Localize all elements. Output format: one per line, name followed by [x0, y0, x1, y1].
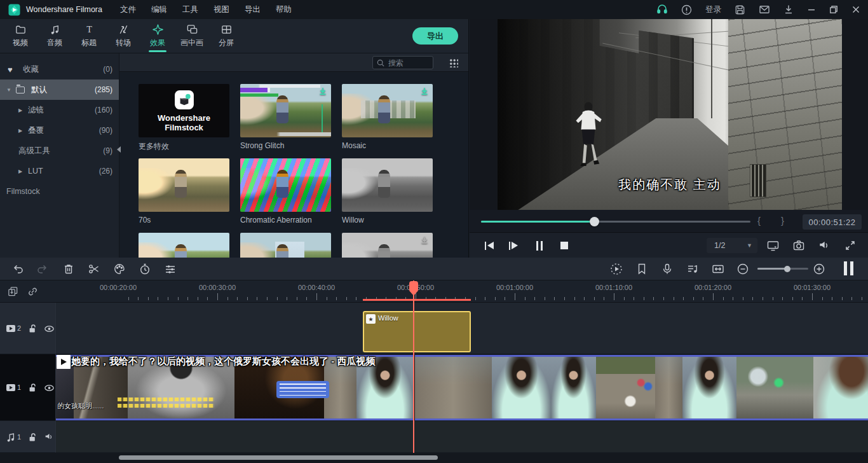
seek-knob[interactable] [590, 217, 599, 226]
render-preview-icon[interactable] [610, 263, 623, 275]
menu-item[interactable]: 文件 [120, 4, 136, 15]
tab-pip[interactable]: 画中画 [178, 19, 206, 53]
speed-timer-icon[interactable] [139, 263, 151, 275]
effect-card[interactable]: 70s [139, 158, 229, 225]
previous-frame-button[interactable] [482, 238, 497, 253]
menu-item[interactable]: 编辑 [151, 4, 167, 15]
eye-icon[interactable] [44, 323, 55, 334]
track-lane-video1[interactable]: 她要的，我给不了？以后的视频，这个俄罗斯女孩不会出现了 - 西瓜视频 的女孩聪明… [56, 354, 868, 421]
mark-out-button[interactable]: } [781, 215, 784, 226]
tab-effects[interactable]: 效果 [144, 19, 172, 53]
playhead-line[interactable] [413, 280, 414, 453]
effect-card[interactable]: Willow [342, 158, 433, 225]
export-button[interactable]: 导出 [412, 27, 458, 45]
speaker-icon[interactable] [44, 432, 54, 442]
volume-icon[interactable] [818, 239, 831, 252]
seek-row: { } 00:00:51:22 [470, 210, 868, 233]
filmora-window: Wondershare Filmora 文件编辑工具视图导出帮助 登录 视频 音… [0, 0, 868, 463]
sidebar-item-filters[interactable]: 滤镜 (160) [0, 100, 119, 120]
minimize-icon[interactable] [807, 5, 816, 14]
login-button[interactable]: 登录 [705, 4, 721, 15]
delete-icon[interactable] [62, 263, 75, 275]
effect-card[interactable] [139, 233, 229, 258]
effect-thumbnail [240, 84, 331, 137]
seek-slider[interactable] [481, 221, 750, 223]
clip-thumbnail-frame [415, 357, 492, 418]
overlay-clip-willow[interactable]: ★ Willow [363, 311, 471, 352]
snapshot-camera-icon[interactable] [792, 239, 805, 252]
redo-icon[interactable] [36, 263, 48, 275]
zoom-slider-knob[interactable] [784, 266, 790, 272]
search-box[interactable] [372, 56, 433, 69]
undo-icon[interactable] [12, 263, 25, 275]
level-meter-icon[interactable] [844, 261, 853, 275]
stop-button[interactable] [557, 238, 572, 253]
lock-icon[interactable] [27, 432, 37, 442]
search-input[interactable] [387, 58, 429, 68]
copy-icon[interactable] [7, 286, 19, 298]
fullscreen-icon[interactable] [844, 239, 857, 252]
zoom-out-icon[interactable] [736, 263, 749, 275]
track-lane-audio1[interactable] [56, 421, 868, 453]
track-lane-video2[interactable]: ★ Willow [56, 303, 868, 354]
timeline-zoom-slider[interactable] [757, 268, 808, 270]
video-clip-right[interactable] [415, 355, 868, 420]
effect-card[interactable] [240, 233, 331, 258]
menu-item[interactable]: 视图 [214, 4, 229, 15]
pause-button[interactable] [532, 238, 547, 253]
lock-icon[interactable] [27, 382, 37, 392]
play-next-frame-button[interactable] [506, 238, 521, 253]
effect-card[interactable]: Strong Glitch [240, 84, 331, 151]
fit-timeline-icon[interactable] [712, 263, 724, 275]
audio-mixer-icon[interactable] [686, 263, 699, 275]
tab-transitions[interactable]: 转场 [109, 19, 137, 53]
burned-in-caption: 的女孩聪明...... [57, 401, 104, 411]
lock-icon[interactable] [27, 323, 37, 333]
playhead-handle[interactable] [409, 281, 418, 291]
chevron-right-icon[interactable] [18, 107, 28, 113]
chevron-right-icon[interactable] [18, 169, 28, 174]
menu-item[interactable]: 工具 [182, 4, 198, 15]
split-scissors-icon[interactable] [88, 263, 100, 275]
adjust-sliders-icon[interactable] [164, 263, 177, 275]
tab-split-screen[interactable]: 分屏 [212, 19, 240, 53]
mail-icon[interactable] [759, 4, 770, 15]
color-palette-icon[interactable] [113, 263, 126, 275]
secondary-display-icon[interactable] [766, 239, 780, 252]
chevron-right-icon[interactable] [18, 128, 28, 134]
effect-card[interactable]: Chromatic Aberration [240, 158, 331, 225]
restore-icon[interactable] [829, 5, 838, 14]
timeline-ruler[interactable]: 00:00:20:0000:00:30:0000:00:40:0000:00:5… [0, 280, 868, 303]
tab-video[interactable]: 视频 [6, 19, 34, 53]
menu-item[interactable]: 导出 [245, 4, 261, 15]
effect-card[interactable]: Wondershare Filmstock 更多特效 [139, 84, 229, 151]
track-video-1: 1 她要的，我给不了？以后的视频，这个俄罗斯女孩不会出现了 - 西瓜视频 的女孩… [0, 354, 868, 421]
link-icon[interactable] [27, 286, 39, 298]
save-icon[interactable] [735, 4, 745, 15]
sidebar-item-lut[interactable]: LUT (26) [0, 161, 119, 181]
headset-support-icon[interactable] [656, 4, 668, 15]
hscroll-thumb[interactable] [119, 455, 438, 460]
marker-icon[interactable] [635, 263, 648, 275]
sidebar-item-favorites[interactable]: 收藏 (0) [0, 59, 119, 79]
mark-in-button[interactable]: { [757, 215, 761, 226]
zoom-in-icon[interactable] [813, 263, 825, 275]
tab-titles[interactable]: T 标题 [75, 19, 103, 53]
sidebar-item-overlays[interactable]: 叠覆 (90) [0, 120, 119, 141]
record-voiceover-icon[interactable] [661, 263, 674, 275]
preview-quality-select[interactable]: 1/2 ▼ [707, 238, 757, 253]
effect-card[interactable]: Mosaic [342, 84, 433, 151]
effect-card[interactable] [342, 233, 433, 258]
sidebar-item-advanced-tools[interactable]: 高级工具 (9) [0, 141, 119, 161]
chevron-down-icon[interactable] [6, 87, 16, 93]
menu-item[interactable]: 帮助 [276, 4, 292, 15]
info-icon[interactable] [681, 4, 692, 15]
tab-audio[interactable]: 音频 [41, 19, 69, 53]
grid-view-icon[interactable] [449, 58, 458, 67]
eye-icon[interactable] [44, 382, 55, 393]
sidebar-item-default[interactable]: 默认 (285) [0, 79, 119, 100]
download-icon[interactable] [783, 4, 794, 15]
close-icon[interactable] [851, 5, 860, 14]
sidebar-item-filmstock[interactable]: Filmstock [0, 187, 119, 196]
track-audio-1: 1 [0, 421, 868, 453]
